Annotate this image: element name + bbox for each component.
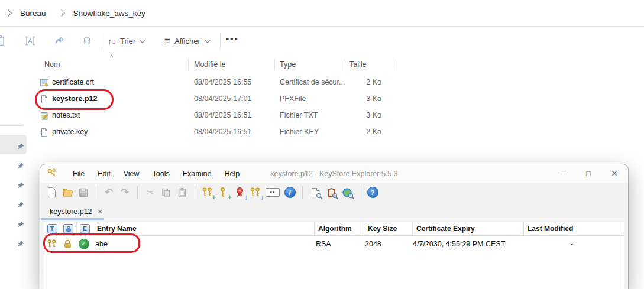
menu-tools[interactable]: Tools <box>147 168 175 180</box>
column-header-lock[interactable] <box>60 222 77 235</box>
tab-active-underline <box>41 218 104 220</box>
separator <box>360 186 360 199</box>
menu-view[interactable]: View <box>118 168 145 180</box>
properties-icon[interactable]: i <box>284 187 296 199</box>
close-icon[interactable]: ✕ <box>610 169 619 178</box>
separator[interactable] <box>274 59 275 70</box>
new-keystore-icon[interactable] <box>46 187 57 199</box>
entry-name: abe <box>92 240 312 248</box>
chevron-right-icon[interactable] <box>58 9 64 16</box>
column-header-type[interactable]: Type <box>280 60 296 69</box>
menu-help[interactable]: Help <box>219 168 245 180</box>
column-header-modified[interactable]: Modifié le <box>194 60 226 69</box>
file-row-keystore[interactable]: keystore.p12 08/04/2025 17:01 PFXFile 3 … <box>28 91 644 108</box>
file-row-notes[interactable]: notes.txt 08/04/2025 16:51 Fichier TXT 3… <box>28 108 644 124</box>
generate-key-pair-icon[interactable]: + <box>202 187 213 199</box>
more-button[interactable]: ••• <box>226 34 239 44</box>
column-header-type[interactable]: T <box>44 222 60 235</box>
file-row-certificate[interactable]: certificate.crt 08/04/2025 16:55 Certifi… <box>28 74 644 91</box>
file-size: 3 Ko <box>324 95 381 103</box>
paste-icon[interactable] <box>0 35 6 47</box>
kse-table-header: T E Entry Name Algorithm Key Size Certif… <box>44 222 624 236</box>
pin-icon[interactable] <box>17 201 25 209</box>
share-icon[interactable] <box>54 35 66 47</box>
menu-examine[interactable]: Examine <box>177 168 217 180</box>
file-type: Fichier TXT <box>280 111 318 119</box>
copy-icon[interactable] <box>160 187 172 199</box>
chevron-down-icon <box>140 37 145 43</box>
examine-file-icon[interactable] <box>309 187 321 199</box>
separator[interactable] <box>188 59 189 70</box>
tab-keystore-p12[interactable]: keystore.p12 ✕ <box>45 205 108 218</box>
column-header-last-modified[interactable]: Last Modified <box>524 222 624 235</box>
column-header-name[interactable]: Nom <box>44 60 60 69</box>
view-button[interactable]: ≡ Afficher <box>161 33 212 50</box>
breadcrumb-item-folder[interactable]: Snowflake_aws_key <box>73 9 145 18</box>
import-key-pair-icon[interactable]: ↓ <box>250 187 261 199</box>
valid-check-icon: ✓ <box>76 239 92 249</box>
generic-file-icon <box>40 95 49 104</box>
column-header-algorithm[interactable]: Algorithm <box>315 222 364 235</box>
pin-icon[interactable] <box>17 162 25 170</box>
separator <box>302 186 303 199</box>
paste-icon[interactable] <box>176 187 188 199</box>
separator <box>102 33 102 49</box>
pin-icon[interactable] <box>17 240 25 248</box>
file-name: keystore.p12 <box>52 95 97 103</box>
maximize-icon[interactable]: □ <box>584 169 593 178</box>
kse-app-icon <box>46 168 58 180</box>
undo-icon[interactable]: ↶ <box>103 187 115 199</box>
file-type: PFXFile <box>280 95 306 103</box>
separator <box>0 125 22 126</box>
chevron-right-icon <box>5 9 11 16</box>
column-header-entry-name[interactable]: Entry Name <box>93 222 315 235</box>
tab-close-icon[interactable]: ✕ <box>98 208 103 216</box>
separator <box>137 186 138 199</box>
keystore-entry-row[interactable]: ✓ abe RSA 2048 4/7/2030, 4:55:29 PM CEST… <box>44 236 624 252</box>
key-pair-icon <box>44 239 60 249</box>
pin-icon[interactable] <box>17 142 25 150</box>
menu-file[interactable]: File <box>67 168 90 180</box>
text-file-icon <box>40 111 49 121</box>
import-trusted-certificate-icon[interactable]: ↓ <box>234 187 245 199</box>
kse-table-panel: T E Entry Name Algorithm Key Size Certif… <box>44 222 624 289</box>
delete-icon[interactable] <box>81 35 93 47</box>
column-header-key-size[interactable]: Key Size <box>364 222 413 235</box>
help-icon[interactable]: ? <box>367 187 378 199</box>
sort-arrows-icon: ↑↓ <box>108 37 116 46</box>
column-header-size[interactable]: Taille <box>349 60 367 69</box>
examine-clipboard-icon[interactable] <box>325 187 337 199</box>
file-row-private-key[interactable]: private.key 08/04/2025 16:51 Fichier KEY… <box>28 124 644 141</box>
pin-icon[interactable] <box>17 181 25 189</box>
save-keystore-icon[interactable] <box>77 187 89 199</box>
sort-label: Trier <box>120 37 135 46</box>
sort-button[interactable]: ↑↓ Trier <box>104 33 147 50</box>
separator[interactable] <box>344 59 344 70</box>
column-header-certificate-expiry[interactable]: Certificate Expiry <box>413 222 524 235</box>
file-modified: 08/04/2025 16:51 <box>194 111 251 119</box>
menu-edit[interactable]: Edit <box>92 168 116 180</box>
window-controls: – □ ✕ <box>558 164 619 183</box>
minimize-icon[interactable]: – <box>558 169 567 178</box>
lock-icon <box>60 239 76 249</box>
sort-ascending-icon: ^ <box>110 54 113 61</box>
generate-secret-key-icon[interactable]: + <box>218 187 229 199</box>
pin-icon[interactable] <box>17 220 25 228</box>
kse-toolbar: ↶ ↷ ✂ + + ↓ <box>40 183 628 202</box>
keystore-explorer-window: keystore.p12 - KeyStore Explorer 5.5.3 F… <box>40 164 629 289</box>
breadcrumb-item-bureau[interactable]: Bureau <box>20 9 46 18</box>
file-size: 3 Ko <box>324 111 381 119</box>
set-password-icon[interactable]: •• <box>266 187 280 199</box>
redo-icon[interactable]: ↷ <box>119 187 131 199</box>
open-keystore-icon[interactable] <box>62 187 73 199</box>
cut-icon[interactable]: ✂ <box>144 187 156 199</box>
column-header-expiry-status[interactable]: E <box>77 222 93 235</box>
rename-icon[interactable] <box>24 35 36 47</box>
kse-tabbar: keystore.p12 ✕ <box>40 202 628 220</box>
file-name: notes.txt <box>52 111 80 119</box>
screen: Bureau Snowflake_aws_key ↑↓ <box>0 0 644 289</box>
separator[interactable] <box>393 59 393 70</box>
kse-titlebar: keystore.p12 - KeyStore Explorer 5.5.3 F… <box>40 164 628 183</box>
examine-ssl-icon[interactable] <box>341 187 353 199</box>
separator <box>220 33 221 49</box>
